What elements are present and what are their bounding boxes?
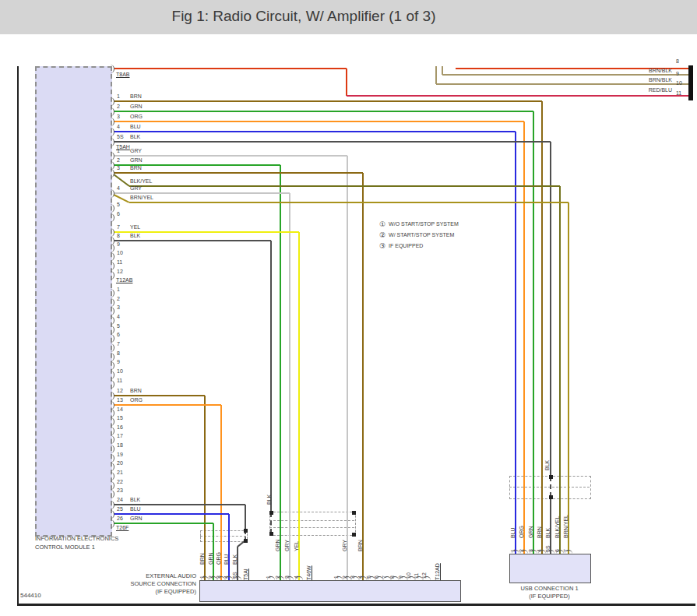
wire-color-label: BRN/BLK — [607, 77, 672, 83]
pin-number: 4 — [117, 314, 120, 320]
pin-number: 8 — [117, 350, 120, 357]
wire-color-label: ORG — [130, 397, 143, 403]
legend: ①W/O START/STOP SYSTEM ②W/ START/STOP SY… — [379, 220, 459, 253]
junction-dot — [549, 475, 553, 479]
page-border — [17, 66, 19, 605]
wire-segment — [129, 185, 560, 187]
pin-number: 9 — [117, 359, 120, 365]
usb-caption-line: USB CONNECTION 1 — [509, 585, 590, 593]
pin-number: 1 — [509, 549, 516, 552]
junction-dot — [269, 532, 273, 536]
pin-number: 25 — [117, 506, 123, 512]
pin-marker — [109, 501, 114, 509]
wire-color-label: BLU — [223, 554, 230, 565]
pin-number: 13 — [117, 397, 123, 403]
pin-marker — [109, 334, 114, 343]
wire-segment — [114, 141, 551, 143]
pin-number: 11 — [117, 378, 122, 384]
junction-dot — [244, 539, 248, 543]
pin-number: 2 — [207, 576, 214, 579]
pin-number: 5 — [365, 576, 372, 579]
wire-segment — [228, 514, 230, 580]
pin-marker — [109, 152, 114, 160]
circled-3-icon: ③ — [379, 242, 385, 250]
wire-segment — [129, 202, 569, 203]
pin-marker — [109, 97, 114, 106]
pin-number: 7 — [562, 549, 569, 552]
wire-color-label: BLU — [130, 506, 141, 512]
junction-dot — [549, 495, 553, 499]
inline-connector-divider — [200, 536, 246, 537]
wire-color-label: ORG — [215, 552, 222, 565]
pin-marker — [109, 204, 114, 213]
external-audio-caption: EXTERNAL AUDIO SOURCE CONNECTION (IF EQU… — [117, 572, 196, 596]
connector-label: T8AB — [116, 72, 130, 78]
pin-marker — [109, 463, 114, 471]
pin-number: 1 — [333, 576, 340, 579]
pin-marker — [109, 481, 114, 490]
pin-number: 6 — [117, 332, 120, 338]
wire-color-label: GRN — [274, 539, 281, 551]
wire-color-label: BRN — [130, 165, 142, 171]
wire-segment — [114, 121, 524, 122]
wire-segment — [114, 172, 363, 174]
pin-marker — [109, 189, 114, 198]
connector-label: T12AB — [116, 277, 132, 283]
pin-number: 6 — [554, 549, 561, 552]
pin-marker — [109, 392, 114, 400]
wire-segment — [515, 132, 516, 554]
wire-segment — [568, 202, 569, 554]
wire-segment — [114, 231, 299, 233]
pin-number: 2 — [518, 549, 525, 552]
pin-number: 3 — [349, 576, 356, 579]
pin-number: 21 — [117, 470, 123, 476]
pin-marker — [109, 316, 114, 325]
pin-marker — [109, 289, 114, 297]
pin-number: 5S — [231, 572, 238, 579]
pin-number: 7 — [117, 224, 120, 231]
pin-marker — [109, 138, 114, 146]
pin-marker — [109, 371, 114, 379]
wire-color-label: BRN — [130, 93, 142, 100]
pin-number: 3 — [117, 304, 120, 311]
wire-color-label: BLU — [130, 124, 141, 130]
pin-number: 3 — [117, 114, 120, 120]
wire-color-label: GRN — [130, 104, 143, 110]
wire-color-label: YEL — [130, 224, 140, 231]
pin-marker — [109, 213, 114, 222]
wire-color-label: YEL — [293, 541, 300, 551]
wire-color-label: BLK/YEL — [554, 516, 561, 538]
pin-number: 6 — [117, 211, 120, 217]
connector-label: T5AH — [116, 144, 130, 150]
pin-number: 7 — [117, 341, 120, 347]
pin-number: 1 — [199, 576, 206, 579]
pin-marker — [109, 409, 114, 417]
wire-segment — [114, 240, 271, 241]
pin-number: 5 — [117, 202, 120, 208]
pin-marker — [109, 65, 114, 73]
inline-connector-box — [269, 512, 356, 536]
wire-color-label: GRN — [527, 526, 534, 538]
junction-dot — [244, 529, 248, 533]
pin-marker — [109, 445, 114, 453]
pin-marker — [109, 519, 114, 528]
pin-number: 2 — [341, 576, 348, 579]
inline-connector-divider — [269, 527, 354, 528]
pin-number: 12 — [421, 572, 428, 579]
pin-number: 2 — [274, 576, 281, 579]
pin-number: 15 — [117, 415, 123, 421]
pin-number: 22 — [117, 479, 123, 485]
pin-marker — [109, 343, 114, 352]
circled-1-icon: ① — [379, 220, 385, 228]
pin-number: 2 — [117, 157, 120, 164]
pin-number: 8 — [676, 58, 679, 65]
legend-item: ②W/ START/STOP SYSTEM — [379, 231, 459, 242]
junction-dot — [352, 533, 356, 537]
pin-number: 3 — [527, 549, 534, 552]
junction-dot — [352, 511, 356, 515]
wire-segment — [113, 174, 129, 187]
pin-number: 6 — [373, 576, 380, 579]
pin-marker — [109, 490, 114, 498]
figure-title: Fig 1: Radio Circuit, W/ Amplifier (1 of… — [0, 8, 607, 25]
external-audio-caption-line: SOURCE CONNECTION — [117, 580, 196, 588]
